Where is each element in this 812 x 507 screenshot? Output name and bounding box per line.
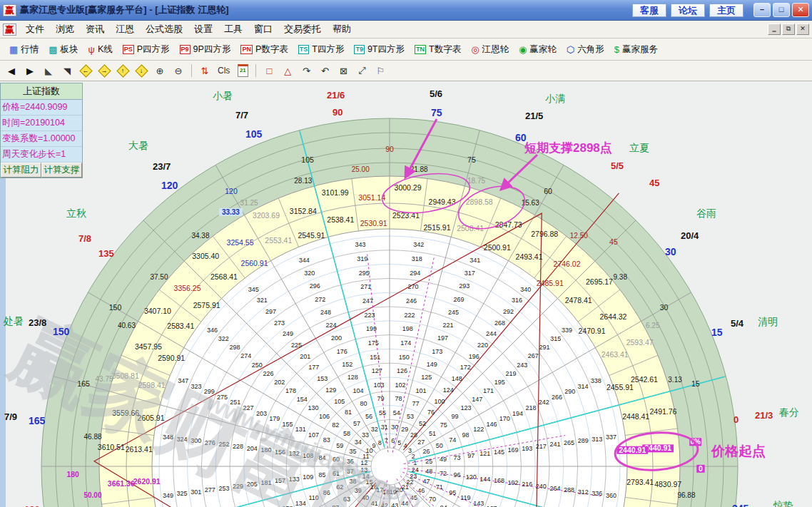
svg-text:248: 248 — [320, 309, 331, 316]
svg-text:75: 75 — [440, 421, 447, 429]
step-field[interactable]: 周天变化步长=1 — [1, 147, 82, 163]
menu-设置[interactable]: 设置 — [188, 21, 218, 37]
svg-text:169: 169 — [508, 446, 519, 454]
wheel-outer-label: 小满 — [545, 93, 565, 106]
svg-text:50.00: 50.00 — [83, 491, 101, 499]
menu-文件[interactable]: 文件 — [20, 21, 50, 37]
mdi-close-button[interactable]: ✕ — [796, 24, 809, 35]
menu-资讯[interactable]: 资讯 — [80, 21, 110, 37]
wheel-outer-label: 21/3 — [755, 410, 773, 421]
svg-text:37.50: 37.50 — [150, 273, 168, 281]
minimize-button[interactable]: – — [753, 3, 771, 17]
quotes-button[interactable]: ▦行情 — [4, 43, 44, 56]
zoom-out-button[interactable]: ⊖ — [173, 64, 184, 77]
calc-support-button[interactable]: 计算支撑 — [41, 163, 82, 178]
svg-text:77: 77 — [412, 400, 420, 407]
svg-text:225: 225 — [291, 342, 302, 349]
forward-button[interactable]: ▶ — [24, 64, 36, 77]
pan-up-button[interactable]: ↑ — [117, 64, 128, 77]
svg-text:266: 266 — [552, 394, 562, 401]
menu-帮助[interactable]: 帮助 — [327, 21, 357, 37]
gann-wheel-button[interactable]: ◎江恩轮 — [466, 43, 514, 56]
pointer-right-icon[interactable]: ◥ — [61, 64, 73, 77]
svg-text:58: 58 — [343, 430, 350, 437]
svg-text:3305.40: 3305.40 — [192, 252, 219, 260]
back-button[interactable]: ◀ — [6, 64, 17, 77]
home-button[interactable]: 主页 — [709, 4, 744, 17]
svg-text:242: 242 — [539, 399, 549, 406]
svg-text:265: 265 — [564, 439, 574, 446]
p-square-button[interactable]: PSP四方形 — [118, 43, 175, 56]
menu-窗口[interactable]: 窗口 — [248, 21, 278, 37]
pan-left-button[interactable]: ← — [80, 64, 91, 77]
date-field[interactable]: 时间=20190104 — [1, 116, 82, 131]
close-button[interactable]: ✕ — [792, 3, 809, 17]
p-table-button[interactable]: PNP数字表 — [235, 43, 293, 56]
winner-wheel-button[interactable]: ◉赢家轮 — [514, 43, 562, 56]
rotate-cw-button[interactable]: ↷ — [300, 64, 312, 77]
calc-resistance-button[interactable]: 计算阻力 — [1, 163, 41, 178]
calendar-button[interactable]: 21 — [237, 64, 248, 77]
tool-glyph: △ — [284, 66, 291, 76]
updown-button[interactable]: ⇅ — [199, 64, 210, 77]
cls-button[interactable]: Cls — [218, 64, 230, 77]
triangle-tool-button[interactable]: △ — [282, 64, 293, 77]
svg-text:338: 338 — [591, 377, 602, 384]
svg-text:96: 96 — [454, 471, 461, 478]
wheel-outer-label: 150 — [53, 326, 69, 337]
svg-text:273: 273 — [274, 319, 285, 327]
svg-text:94: 94 — [440, 504, 447, 507]
pan-down-button[interactable]: ↓ — [136, 64, 147, 77]
menu-工具[interactable]: 工具 — [218, 21, 248, 37]
pointer-left-icon[interactable]: ◣ — [43, 64, 54, 77]
pan-right-button[interactable]: → — [98, 64, 110, 77]
fit-button[interactable]: ⤢ — [356, 64, 367, 77]
tool-glyph: ⇅ — [201, 66, 209, 76]
flag-button[interactable]: ⚐ — [375, 64, 386, 77]
9t-square-button[interactable]: T99T四方形 — [349, 43, 410, 56]
svg-text:221: 221 — [442, 322, 453, 329]
sectors-button[interactable]: ▩板块 — [44, 43, 83, 56]
gann-wheel-chart[interactable]: 1234567891011121314151617181920212223242… — [0, 81, 812, 507]
svg-text:54: 54 — [393, 409, 400, 416]
forum-button[interactable]: 论坛 — [671, 4, 705, 17]
menu-江恩[interactable]: 江恩 — [110, 21, 140, 37]
hexagon-button[interactable]: ⬡六角形 — [562, 43, 609, 56]
zoom-in-button[interactable]: ⊕ — [154, 64, 166, 77]
scale-factor-field[interactable]: 变换系数=1.00000 — [1, 131, 82, 147]
svg-text:70: 70 — [429, 496, 436, 503]
svg-text:75: 75 — [467, 155, 476, 164]
price-field[interactable]: 价格=2440.9099 — [1, 100, 82, 116]
candles: ψ — [88, 45, 95, 54]
t-square-button[interactable]: TST四方形 — [293, 43, 350, 56]
mdi-restore-button[interactable]: ⧉ — [782, 24, 795, 35]
svg-text:130: 130 — [308, 404, 318, 411]
svg-text:2793.41: 2793.41 — [626, 478, 654, 486]
rotate-ccw-button[interactable]: ↶ — [319, 64, 330, 77]
svg-text:245: 245 — [448, 309, 459, 316]
svg-text:83: 83 — [323, 436, 330, 444]
toolbar-label: 六角形 — [577, 43, 604, 56]
xbox-button[interactable]: ⊠ — [338, 64, 349, 77]
winner-service-button[interactable]: $赢家服务 — [609, 43, 663, 56]
svg-text:131: 131 — [295, 426, 306, 433]
menu-浏览[interactable]: 浏览 — [50, 21, 80, 37]
toolbar-label: 板块 — [61, 43, 78, 56]
TS-badge: TS — [298, 45, 310, 54]
rect-tool-button[interactable]: □ — [263, 64, 275, 77]
menu-公式选股[interactable]: 公式选股 — [140, 21, 188, 37]
t-table-button[interactable]: TNT数字表 — [410, 43, 466, 56]
service-button[interactable]: 客服 — [632, 4, 666, 17]
svg-text:102: 102 — [395, 381, 406, 389]
svg-text:35: 35 — [349, 448, 356, 455]
svg-text:220: 220 — [477, 342, 488, 349]
svg-text:325: 325 — [177, 490, 188, 497]
9p-square-button[interactable]: P99P四方形 — [175, 43, 236, 56]
svg-text:4: 4 — [403, 442, 407, 449]
maximize-button[interactable]: □ — [773, 3, 790, 17]
mdi-minimize-button[interactable]: ‗ — [768, 24, 781, 35]
svg-text:251: 251 — [230, 399, 240, 406]
svg-text:227: 227 — [243, 404, 254, 411]
menu-交易委托[interactable]: 交易委托 — [278, 21, 327, 37]
kline-button[interactable]: ψK线 — [83, 43, 118, 56]
